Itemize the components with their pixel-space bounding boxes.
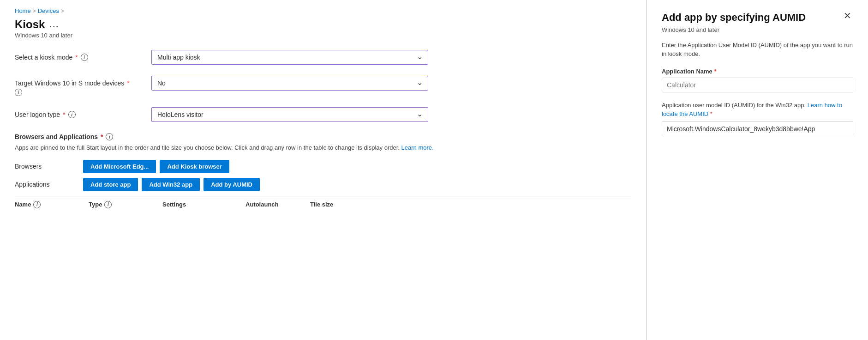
panel-subtitle: Windows 10 and later [662,26,853,33]
applications-row: Applications Add store app Add Win32 app… [15,178,631,191]
more-options-button[interactable]: ... [49,20,59,30]
user-logon-wrapper: HoloLens visitor Local user account Auto… [151,107,428,122]
right-panel: Add app by specifying AUMID ✕ Windows 10… [647,0,868,340]
target-windows-label-group: Target Windows 10 in S mode devices * i [15,76,144,96]
app-name-input[interactable] [662,78,853,92]
panel-description: Enter the Application User Model ID (AUM… [662,41,853,59]
breadcrumb: Home > Devices > [15,7,631,14]
kiosk-mode-required: * [75,54,78,61]
col-tilesize: Tile size [310,201,365,208]
browsers-apps-label: Browsers and Applications * i [15,133,631,140]
col-type-info-icon[interactable]: i [104,201,112,208]
target-windows-select[interactable]: No Yes [151,76,428,91]
close-panel-button[interactable]: ✕ [842,11,853,20]
target-windows-select-wrapper: No Yes [151,76,428,91]
add-store-app-button[interactable]: Add store app [83,178,138,191]
page-subtitle: Windows 10 and later [15,32,631,39]
page-title: Kiosk [15,18,45,31]
kiosk-mode-row: Select a kiosk mode * i Multi app kiosk … [15,50,631,65]
breadcrumb-sep2: > [61,8,64,14]
browsers-apps-info-icon[interactable]: i [106,133,113,140]
col-name: Name i [15,201,89,208]
user-logon-label: User logon type * i [15,107,144,118]
target-windows-row: Target Windows 10 in S mode devices * i … [15,76,631,96]
browsers-apps-required: * [101,133,103,140]
left-panel: Home > Devices > Kiosk ... Windows 10 an… [0,0,647,340]
browsers-apps-section: Browsers and Applications * i Apps are p… [15,133,631,211]
user-logon-select[interactable]: HoloLens visitor Local user account Auto… [151,107,428,122]
kiosk-mode-select-wrapper: Multi app kiosk Single app kiosk [151,50,428,65]
breadcrumb-sep1: > [33,8,36,14]
col-type: Type i [89,201,162,208]
app-name-required: * [714,68,717,75]
col-settings: Settings [162,201,245,208]
col-name-info-icon[interactable]: i [33,201,41,208]
breadcrumb-home[interactable]: Home [15,7,31,14]
breadcrumb-devices[interactable]: Devices [38,7,59,14]
add-kiosk-browser-button[interactable]: Add Kiosk browser [160,160,229,173]
target-windows-wrapper: No Yes [151,76,428,91]
app-name-label: Application Name * [662,68,853,75]
kiosk-mode-label: Select a kiosk mode * i [15,50,144,61]
target-windows-required: * [127,79,129,87]
add-by-aumid-button[interactable]: Add by AUMID [204,178,260,191]
browsers-row: Browsers Add Microsoft Edg... Add Kiosk … [15,160,631,173]
user-logon-row: User logon type * i HoloLens visitor Loc… [15,107,631,122]
panel-title: Add app by specifying AUMID [662,11,838,24]
kiosk-mode-select[interactable]: Multi app kiosk Single app kiosk [151,50,428,65]
page-title-row: Kiosk ... [15,18,631,31]
browsers-apps-description: Apps are pinned to the full Start layout… [15,143,631,152]
aumid-field-desc: Application user model ID (AUMID) for th… [662,101,853,119]
add-win32-app-button[interactable]: Add Win32 app [142,178,200,191]
learn-more-link[interactable]: Learn more. [401,144,434,151]
user-logon-select-wrapper: HoloLens visitor Local user account Auto… [151,107,428,122]
target-windows-info-icon[interactable]: i [15,89,22,96]
panel-header: Add app by specifying AUMID ✕ [662,11,853,24]
kiosk-mode-info-icon[interactable]: i [81,54,88,61]
applications-label: Applications [15,181,79,188]
table-header: Name i Type i Settings Autolaunch Tile s… [15,196,631,211]
aumid-required: * [710,110,712,117]
col-autolaunch: Autolaunch [245,201,310,208]
target-windows-label: Target Windows 10 in S mode devices [15,79,124,87]
aumid-input[interactable] [662,121,853,136]
user-logon-required: * [63,111,65,118]
add-microsoft-edge-button[interactable]: Add Microsoft Edg... [83,160,156,173]
browsers-label: Browsers [15,163,79,170]
kiosk-mode-wrapper: Multi app kiosk Single app kiosk [151,50,428,65]
user-logon-info-icon[interactable]: i [68,111,76,118]
